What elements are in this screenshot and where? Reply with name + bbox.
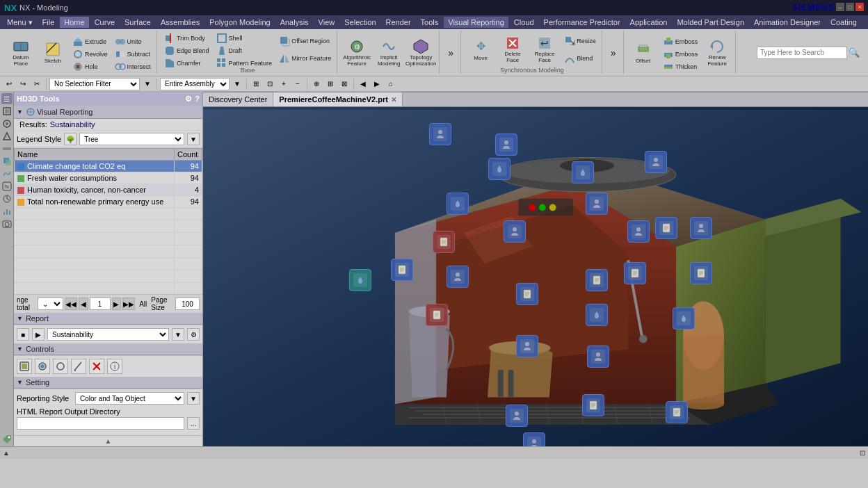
menu-item-anim[interactable]: Animation Designer xyxy=(750,17,825,28)
home-nav-button[interactable]: ⌂ xyxy=(385,78,397,90)
sidebar-icon-feature[interactable] xyxy=(1,118,13,129)
menu-item-menu[interactable]: Menu ▾ xyxy=(3,17,37,29)
panel-settings-icon[interactable]: ⚙ xyxy=(185,95,192,104)
page-size-input[interactable] xyxy=(175,298,200,310)
emboss1-button[interactable]: Emboss xyxy=(660,35,701,48)
annotation-tag-a25[interactable] xyxy=(624,262,646,284)
hole-button[interactable]: Hole xyxy=(70,60,111,73)
menu-item-curve[interactable]: Curve xyxy=(90,17,119,28)
menu-item-view[interactable]: View xyxy=(314,17,339,28)
annotation-tag-a28[interactable] xyxy=(666,401,688,423)
annotation-tag-a27[interactable] xyxy=(673,307,695,330)
ctrl-btn-edit[interactable] xyxy=(71,359,86,374)
table-row[interactable]: Total non-renewable primary energy use94 xyxy=(15,196,202,208)
report-settings-btn[interactable]: ⚙ xyxy=(187,328,200,341)
shell-button[interactable]: Shell xyxy=(214,32,275,44)
assembly-scope-select[interactable]: Entire Assembly xyxy=(160,78,230,90)
emboss2-button[interactable]: Emboss xyxy=(660,48,701,60)
menu-item-selection[interactable]: Selection xyxy=(340,17,380,28)
edge-blend-button[interactable]: Edge Blend xyxy=(161,44,212,57)
menu-item-assemblies[interactable]: Assemblies xyxy=(156,17,204,28)
sidebar-icon-tag[interactable] xyxy=(1,434,13,445)
search-icon[interactable]: 🔍 xyxy=(849,47,860,58)
zoom-out-button[interactable]: − xyxy=(291,78,304,90)
table-row[interactable]: Climate change total CO2 eq94 xyxy=(15,161,202,172)
algo-feature-button[interactable]: ⚙ AlgorithmicFeature xyxy=(341,35,372,70)
annotation-tag-a17[interactable] xyxy=(586,269,608,291)
menu-item-coating[interactable]: Coating xyxy=(826,17,861,28)
delete-face-button[interactable]: DeleteFace xyxy=(497,32,528,67)
sidebar-icon-camera[interactable] xyxy=(1,218,13,229)
sidebar-icon-chart[interactable] xyxy=(1,206,13,217)
maximize-button[interactable]: □ xyxy=(846,3,854,11)
table-row[interactable]: Human toxicity, cancer, non-cancer4 xyxy=(15,184,202,196)
annotation-tag-a13[interactable] xyxy=(506,405,528,427)
menu-item-application[interactable]: Application xyxy=(626,17,672,28)
next-page-button[interactable]: ▶ xyxy=(112,298,121,310)
more2-button[interactable]: » xyxy=(606,35,620,70)
sidebar-icon-sketch[interactable] xyxy=(1,131,13,142)
unite-button[interactable]: Unite xyxy=(112,35,154,48)
first-page-button[interactable]: ◀◀ xyxy=(65,298,77,310)
sidebar-icon-menu[interactable]: ☰ xyxy=(1,93,13,104)
tab-close-icon[interactable]: ✕ xyxy=(391,96,396,104)
annotation-tag-a9[interactable] xyxy=(488,158,511,180)
renew-feature-button[interactable]: RenewFeature xyxy=(702,35,732,70)
topology-opt-button[interactable]: TopologyOptimization xyxy=(405,35,436,70)
report-type-btn2[interactable]: ▶ xyxy=(32,328,45,341)
annotation-tag-a3[interactable] xyxy=(433,231,455,253)
sidebar-icon-datum[interactable] xyxy=(1,143,13,154)
sidebar-icon-assembly[interactable] xyxy=(1,106,13,117)
reporting-style-dropdown[interactable]: ▼ xyxy=(187,392,200,405)
annotation-tag-a2[interactable] xyxy=(447,193,469,215)
ctrl-btn-3[interactable] xyxy=(53,359,68,374)
datum-plane-button[interactable]: DatumPlane xyxy=(6,35,36,70)
menu-item-file[interactable]: File xyxy=(38,17,59,28)
more1-button[interactable]: » xyxy=(444,35,458,70)
menu-item-render[interactable]: Render xyxy=(382,17,415,28)
html-output-browse-btn[interactable]: ... xyxy=(187,417,200,430)
menu-item-surface[interactable]: Surface xyxy=(120,17,155,28)
sidebar-icon-body[interactable] xyxy=(1,156,13,167)
report-dropdown-icon[interactable]: ▼ xyxy=(172,328,184,341)
zoom-in-button[interactable]: + xyxy=(278,78,290,90)
sidebar-icon-history[interactable] xyxy=(1,193,13,204)
report-sustainability-select[interactable]: Sustainability xyxy=(47,328,169,341)
ctrl-btn-close[interactable] xyxy=(89,359,104,374)
assembly-dropdown-icon[interactable]: ▼ xyxy=(231,78,243,90)
page-number-input[interactable] xyxy=(90,298,111,310)
table-row[interactable]: Fresh water consumptions94 xyxy=(15,172,202,184)
grid-button[interactable]: ⊞ xyxy=(324,78,337,90)
undo-button[interactable]: ↩ xyxy=(3,78,15,90)
menu-item-polygon[interactable]: Polygon Modeling xyxy=(205,17,274,28)
extrude-button[interactable]: Extrude xyxy=(70,35,111,48)
minimize-button[interactable]: – xyxy=(836,3,844,11)
annotation-tag-a10[interactable] xyxy=(504,220,526,243)
blend-button[interactable]: Blend xyxy=(561,52,599,65)
zoom-fit-button[interactable]: ⊡ xyxy=(264,78,276,90)
snap2-button[interactable]: ⊠ xyxy=(338,78,351,90)
annotation-tag-a11[interactable] xyxy=(516,283,538,305)
sidebar-icon-surface[interactable] xyxy=(1,168,13,179)
menu-item-tools[interactable]: Tools xyxy=(417,17,443,28)
annotation-tag-a26[interactable] xyxy=(655,217,677,239)
forward-button[interactable]: ▶ xyxy=(371,78,383,90)
selection-filter-select[interactable]: No Selection Filter xyxy=(49,78,140,90)
legend-style-icon[interactable]: 🌳 xyxy=(64,133,77,145)
annotation-tag-a20[interactable] xyxy=(582,394,604,416)
menu-item-visual-reporting[interactable]: Visual Reporting xyxy=(444,17,508,28)
annotation-tag-a7[interactable] xyxy=(447,266,469,288)
legend-style-dropdown-icon[interactable]: ▼ xyxy=(187,133,200,145)
setting-section-header[interactable]: ▼ Setting xyxy=(14,377,202,389)
tab-discovery-center[interactable]: Discovery Center xyxy=(203,92,273,106)
menu-item-home[interactable]: Home xyxy=(60,17,88,28)
offset-region-button[interactable]: Offset Region xyxy=(276,35,334,47)
html-output-input[interactable] xyxy=(17,417,184,430)
menu-item-cloud[interactable]: Cloud xyxy=(510,17,538,28)
implicit-modeling-button[interactable]: ImplicitModeling xyxy=(373,35,404,70)
redo-button[interactable]: ↪ xyxy=(17,78,29,90)
resize-button[interactable]: ⇲ Resize xyxy=(561,35,599,47)
chamfer-button[interactable]: Chamfer xyxy=(161,57,212,70)
annotation-tag-a19[interactable] xyxy=(587,345,609,368)
filter-dropdown-icon[interactable]: ▼ xyxy=(141,78,154,90)
